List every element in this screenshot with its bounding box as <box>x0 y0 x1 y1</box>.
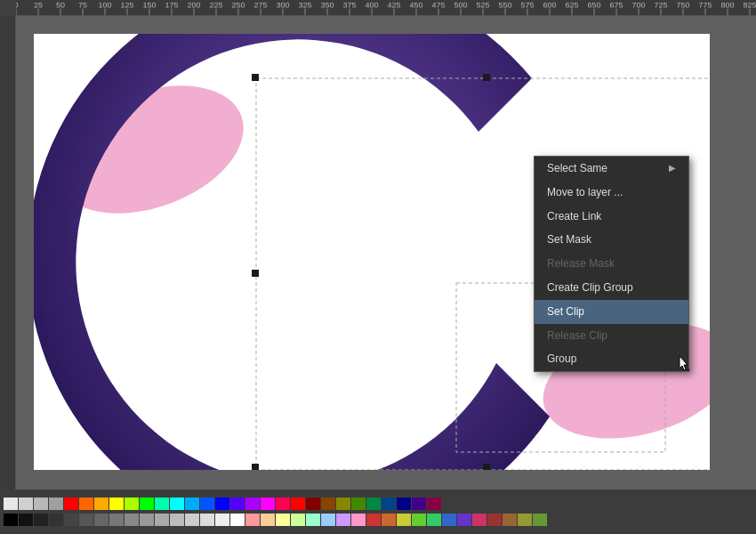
palette-swatch-gray[interactable] <box>125 514 139 526</box>
palette-swatch[interactable] <box>155 498 169 510</box>
palette-swatch[interactable] <box>34 498 48 510</box>
menu-item-create-link[interactable]: Create Link <box>535 205 688 229</box>
palette-swatch-extra[interactable] <box>487 514 502 526</box>
palette-swatch-gray[interactable] <box>109 514 124 526</box>
palette-row-2 <box>0 512 756 528</box>
palette-swatch-extra[interactable] <box>397 514 411 526</box>
menu-item-move-to-layer[interactable]: Move to layer ... <box>535 181 688 205</box>
palette-swatch-gray[interactable] <box>185 514 199 526</box>
svg-rect-5 <box>483 74 490 81</box>
menu-item-set-clip[interactable]: Set Clip <box>535 300 688 324</box>
palette-swatch-extra[interactable] <box>533 514 547 526</box>
palette-swatch-extra[interactable] <box>427 514 441 526</box>
palette-swatch[interactable] <box>427 498 441 510</box>
menu-item-create-clip-group[interactable]: Create Clip Group <box>535 276 688 300</box>
palette-swatch[interactable] <box>366 498 381 510</box>
menu-item-release-clip: Release Clip <box>535 324 688 348</box>
palette-swatch-gray[interactable] <box>155 514 169 526</box>
palette-swatch-extra[interactable] <box>306 514 320 526</box>
palette-swatch[interactable] <box>397 498 411 510</box>
palette-swatch-gray[interactable] <box>215 514 229 526</box>
palette-swatch[interactable] <box>109 498 124 510</box>
palette-swatch-extra[interactable] <box>382 514 396 526</box>
palette-swatch[interactable] <box>170 498 184 510</box>
menu-item-group[interactable]: Group <box>535 347 688 371</box>
palette-swatch-gray[interactable] <box>200 514 214 526</box>
palette-swatch-extra[interactable] <box>261 514 275 526</box>
palette-swatch-gray[interactable] <box>19 514 33 526</box>
palette-swatch-extra[interactable] <box>366 514 381 526</box>
menu-item-set-mask[interactable]: Set Mask <box>535 228 688 252</box>
palette-swatch[interactable] <box>49 498 63 510</box>
palette-swatch-gray[interactable] <box>64 514 78 526</box>
palette-swatch-gray[interactable] <box>94 514 109 526</box>
svg-rect-9 <box>252 464 259 470</box>
palette-swatch-extra[interactable] <box>321 514 335 526</box>
palette-swatch-gray[interactable] <box>34 514 48 526</box>
palette-swatch-gray[interactable] <box>79 514 93 526</box>
ruler-top <box>16 0 756 16</box>
palette-swatch[interactable] <box>185 498 199 510</box>
palette-swatch[interactable] <box>351 498 366 510</box>
palette-bar <box>0 490 756 534</box>
palette-swatch-extra[interactable] <box>518 514 532 526</box>
palette-swatch[interactable] <box>291 498 305 510</box>
svg-rect-7 <box>252 270 259 277</box>
palette-swatch[interactable] <box>412 498 426 510</box>
palette-swatch[interactable] <box>261 498 275 510</box>
palette-swatch-gray[interactable] <box>49 514 63 526</box>
palette-swatch-extra[interactable] <box>351 514 366 526</box>
palette-swatch[interactable] <box>306 498 320 510</box>
palette-swatch-gray[interactable] <box>140 514 154 526</box>
submenu-arrow: ▶ <box>669 162 676 174</box>
palette-swatch-extra[interactable] <box>291 514 305 526</box>
palette-swatch[interactable] <box>19 498 33 510</box>
palette-swatch-gray[interactable] <box>230 514 245 526</box>
ruler-left <box>0 16 16 490</box>
palette-swatch-extra[interactable] <box>442 514 456 526</box>
palette-swatch[interactable] <box>64 498 78 510</box>
palette-swatch-extra[interactable] <box>245 514 260 526</box>
svg-rect-10 <box>483 464 490 470</box>
palette-swatch-extra[interactable] <box>472 514 487 526</box>
context-menu[interactable]: Select Same ▶ Move to layer ... Create L… <box>534 156 689 372</box>
menu-item-select-same[interactable]: Select Same ▶ <box>535 157 688 181</box>
palette-swatch-gray[interactable] <box>170 514 184 526</box>
palette-swatch[interactable] <box>79 498 93 510</box>
palette-swatch[interactable] <box>200 498 214 510</box>
palette-swatch[interactable] <box>336 498 350 510</box>
palette-swatch[interactable] <box>140 498 154 510</box>
palette-swatch-extra[interactable] <box>503 514 517 526</box>
palette-swatch[interactable] <box>94 498 109 510</box>
palette-row-1 <box>0 496 756 512</box>
palette-swatch[interactable] <box>215 498 229 510</box>
palette-swatch-extra[interactable] <box>276 514 290 526</box>
palette-swatch[interactable] <box>4 498 18 510</box>
palette-swatch[interactable] <box>276 498 290 510</box>
palette-swatch-extra[interactable] <box>336 514 350 526</box>
palette-swatch[interactable] <box>230 498 245 510</box>
palette-swatch[interactable] <box>382 498 396 510</box>
palette-swatch[interactable] <box>321 498 335 510</box>
palette-swatch[interactable] <box>245 498 260 510</box>
menu-item-release-mask: Release Mask <box>535 252 688 276</box>
palette-swatch-extra[interactable] <box>412 514 426 526</box>
palette-swatch-extra[interactable] <box>457 514 471 526</box>
svg-rect-4 <box>252 74 259 81</box>
palette-swatch-gray[interactable] <box>4 514 18 526</box>
palette-swatch[interactable] <box>125 498 139 510</box>
